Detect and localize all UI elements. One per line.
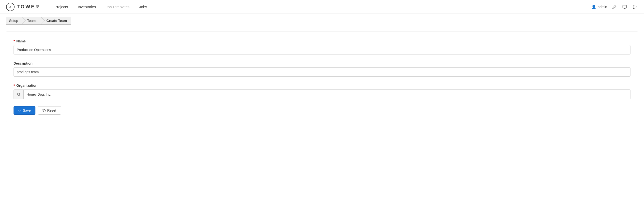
tools-icon [612, 5, 616, 9]
main-content: * Name Description * Organization [0, 28, 644, 126]
logout-icon [633, 5, 637, 9]
breadcrumb-setup[interactable]: Setup [6, 17, 22, 25]
tower-logo-icon: A [6, 3, 15, 11]
monitor-icon [622, 5, 627, 9]
organization-required-star: * [14, 83, 15, 87]
nav-job-templates[interactable]: Job Templates [101, 0, 134, 14]
reset-icon [42, 109, 46, 112]
name-required-star: * [14, 39, 15, 43]
reset-button[interactable]: Reset [38, 106, 61, 115]
organization-input[interactable] [24, 90, 630, 99]
logout-button[interactable] [632, 4, 638, 10]
nav-projects[interactable]: Projects [50, 0, 73, 14]
description-group: Description [14, 61, 630, 77]
organization-search-icon-box[interactable] [14, 90, 24, 99]
user-icon: 👤 [591, 5, 596, 9]
settings-button[interactable] [611, 4, 618, 10]
save-label: Save [23, 109, 31, 113]
breadcrumb: Setup Teams Create Team [6, 17, 71, 25]
breadcrumb-create-team: Create Team [41, 17, 71, 25]
navbar: A TOWER Projects Inventories Job Templat… [0, 0, 644, 14]
name-group: * Name [14, 39, 630, 54]
description-input[interactable] [14, 67, 630, 77]
name-label: * Name [14, 39, 630, 43]
organization-group: * Organization [14, 83, 630, 99]
breadcrumb-bar: Setup Teams Create Team [0, 14, 644, 28]
monitor-button[interactable] [621, 4, 628, 10]
nav-links: Projects Inventories Job Templates Jobs [50, 0, 591, 14]
name-input[interactable] [14, 45, 630, 54]
svg-line-7 [19, 95, 20, 96]
brand-name: TOWER [17, 4, 40, 10]
search-icon [17, 93, 20, 96]
user-label: admin [598, 5, 607, 9]
organization-search-wrapper [14, 89, 630, 99]
form-actions: Save Reset [14, 106, 630, 115]
nav-jobs[interactable]: Jobs [134, 0, 152, 14]
reset-label: Reset [47, 109, 56, 113]
nav-inventories[interactable]: Inventories [73, 0, 100, 14]
svg-text:A: A [9, 6, 11, 9]
description-label: Description [14, 61, 630, 65]
user-info: 👤 admin [591, 5, 607, 9]
navbar-right: 👤 admin [591, 4, 638, 10]
save-check-icon [18, 109, 22, 112]
create-team-form: * Name Description * Organization [6, 32, 638, 122]
organization-label: * Organization [14, 83, 630, 87]
save-button[interactable]: Save [14, 106, 36, 115]
brand-logo-link[interactable]: A TOWER [6, 3, 40, 11]
svg-rect-2 [623, 5, 626, 8]
